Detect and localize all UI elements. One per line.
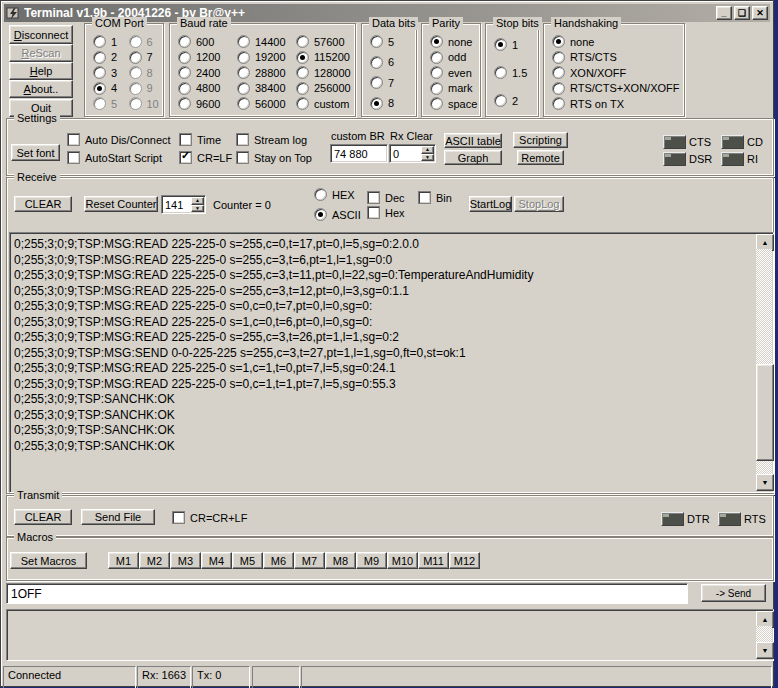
radio-com-port-5[interactable]: 5: [93, 97, 125, 110]
macro-m11-button[interactable]: M11: [418, 552, 449, 569]
radio-baud-56000[interactable]: 56000: [237, 97, 293, 110]
radio-com-port-3[interactable]: 3: [93, 66, 125, 79]
radio-baud-4800[interactable]: 4800: [178, 82, 234, 95]
radio-stop-bits-1[interactable]: 1: [494, 38, 535, 51]
macro-m8-button[interactable]: M8: [325, 552, 356, 569]
radio-handshaking-rts-cts[interactable]: RTS/CTS: [552, 51, 681, 64]
radio-handshaking-rts-cts-xon-xoff[interactable]: RTS/CTS+XON/XOFF: [552, 82, 681, 95]
spin-down-button[interactable]: ▼: [191, 205, 204, 213]
checkbox-autostart-script[interactable]: AutoStart Script: [67, 151, 162, 164]
macro-m2-button[interactable]: M2: [139, 552, 170, 569]
radio-com-port-6[interactable]: 6: [129, 35, 161, 48]
remote-button[interactable]: Remote: [517, 150, 564, 165]
spin-down-button[interactable]: ▼: [421, 154, 434, 162]
receive-terminal[interactable]: 0;255;3;0;9;TSP:MSG:READ 225-225-0 s=255…: [9, 232, 774, 493]
radio-handshaking-rts-on-tx[interactable]: RTS on TX: [552, 97, 681, 110]
reset-counter-button[interactable]: Reset Counter: [84, 196, 158, 212]
radio-baud-115200[interactable]: 115200: [296, 51, 352, 64]
radio-data-bits-5[interactable]: 5: [370, 35, 413, 48]
radio-button: [237, 97, 250, 110]
ascii-table-button[interactable]: ASCII table: [444, 133, 502, 148]
rx-clear-spinner[interactable]: 0 ▲ ▼: [389, 144, 436, 163]
receive-clear-button[interactable]: CLEAR: [14, 196, 72, 212]
scrollbar-thumb[interactable]: [756, 364, 774, 461]
radio-handshaking-none[interactable]: none: [552, 35, 681, 48]
macro-m5-button[interactable]: M5: [232, 552, 263, 569]
startlog-button[interactable]: StartLog: [469, 196, 512, 212]
radio-stop-bits-1.5[interactable]: 1.5: [494, 66, 535, 79]
radio-baud-2400[interactable]: 2400: [178, 66, 234, 79]
macro-m9-button[interactable]: M9: [356, 552, 387, 569]
radio-baud-9600[interactable]: 9600: [178, 97, 234, 110]
radio-com-port-1[interactable]: 1: [93, 35, 125, 48]
radio-baud-28800[interactable]: 28800: [237, 66, 293, 79]
macro-m4-button[interactable]: M4: [201, 552, 232, 569]
transmit-history[interactable]: ▲ ▼: [6, 609, 774, 661]
radio-baud-38400[interactable]: 38400: [237, 82, 293, 95]
radio-data-bits-7[interactable]: 7: [370, 76, 413, 89]
radio-data-bits-8[interactable]: 8: [370, 97, 413, 110]
radio-parity-even[interactable]: even: [430, 66, 477, 79]
radio-baud-256000[interactable]: 256000: [296, 82, 352, 95]
graph-button[interactable]: Graph: [444, 150, 502, 165]
set-macros-button[interactable]: Set Macros: [10, 552, 87, 569]
radio-rx-mode-hex[interactable]: HEX: [314, 188, 369, 201]
radio-baud-57600[interactable]: 57600: [296, 35, 352, 48]
radio-com-port-8[interactable]: 8: [129, 66, 161, 79]
macro-m3-button[interactable]: M3: [170, 552, 201, 569]
scroll-down-button[interactable]: ▼: [756, 642, 774, 659]
close-button[interactable]: ✕: [752, 6, 768, 20]
macro-m12-button[interactable]: M12: [449, 552, 480, 569]
spin-up-button[interactable]: ▲: [191, 197, 204, 205]
checkbox-hex[interactable]: Hex: [367, 206, 405, 219]
checkbox-cr-crlf[interactable]: CR=CR+LF: [172, 511, 247, 524]
send-input[interactable]: [6, 583, 688, 604]
radio-baud-600[interactable]: 600: [178, 35, 234, 48]
radio-stop-bits-2[interactable]: 2: [494, 94, 535, 107]
radio-parity-odd[interactable]: odd: [430, 51, 477, 64]
radio-baud-128000[interactable]: 128000: [296, 66, 352, 79]
macro-m10-button[interactable]: M10: [387, 552, 418, 569]
terminal-text: 0;255;3;0;9;TSP:MSG:READ 225-225-0 s=255…: [14, 237, 753, 490]
checkbox-stream-log[interactable]: Stream log: [236, 133, 307, 146]
rx-count-spinner[interactable]: 141 ▲ ▼: [161, 195, 206, 214]
radio-baud-19200[interactable]: 19200: [237, 51, 293, 64]
checkbox-bin[interactable]: Bin: [418, 191, 452, 204]
about-button[interactable]: About..: [9, 80, 73, 98]
custom-br-field[interactable]: 74 880: [330, 144, 388, 163]
minimize-button[interactable]: _: [716, 6, 732, 20]
radio-baud-custom[interactable]: custom: [296, 97, 352, 110]
checkbox-stay-on-top[interactable]: Stay on Top: [236, 151, 312, 164]
checkbox-dec[interactable]: Dec: [367, 191, 405, 204]
maximize-button[interactable]: ❏: [734, 6, 750, 20]
scroll-down-button[interactable]: ▼: [756, 474, 774, 491]
send-file-button[interactable]: Send File: [81, 509, 155, 525]
checkbox-cr-lf[interactable]: CR=LF: [179, 151, 232, 164]
send-button[interactable]: -> Send: [701, 584, 766, 602]
set-font-button[interactable]: Set font: [11, 144, 60, 161]
radio-rx-mode-ascii[interactable]: ASCII: [314, 208, 369, 221]
macro-m1-button[interactable]: M1: [108, 552, 139, 569]
radio-data-bits-6[interactable]: 6: [370, 56, 413, 69]
scrollbar-track[interactable]: [756, 249, 772, 476]
spin-up-button[interactable]: ▲: [421, 146, 434, 154]
radio-com-port-7[interactable]: 7: [129, 51, 161, 64]
checkbox-time[interactable]: Time: [179, 133, 221, 146]
radio-baud-1200[interactable]: 1200: [178, 51, 234, 64]
transmit-clear-button[interactable]: CLEAR: [14, 509, 72, 525]
radio-handshaking-xon-xoff[interactable]: XON/XOFF: [552, 66, 681, 79]
radio-parity-space[interactable]: space: [430, 97, 477, 110]
disconnect-button[interactable]: Disconnect: [9, 25, 73, 44]
scripting-button[interactable]: Scripting: [513, 132, 568, 148]
checkbox-auto-dis-connect[interactable]: Auto Dis/Connect: [67, 133, 171, 146]
radio-com-port-4[interactable]: 4: [93, 82, 125, 95]
radio-com-port-9[interactable]: 9: [129, 82, 161, 95]
radio-baud-14400[interactable]: 14400: [237, 35, 293, 48]
radio-parity-none[interactable]: none: [430, 35, 477, 48]
macro-m6-button[interactable]: M6: [263, 552, 294, 569]
radio-com-port-2[interactable]: 2: [93, 51, 125, 64]
help-button[interactable]: Help: [9, 62, 73, 80]
radio-parity-mark[interactable]: mark: [430, 82, 477, 95]
macro-m7-button[interactable]: M7: [294, 552, 325, 569]
radio-com-port-10[interactable]: 10: [129, 97, 161, 110]
